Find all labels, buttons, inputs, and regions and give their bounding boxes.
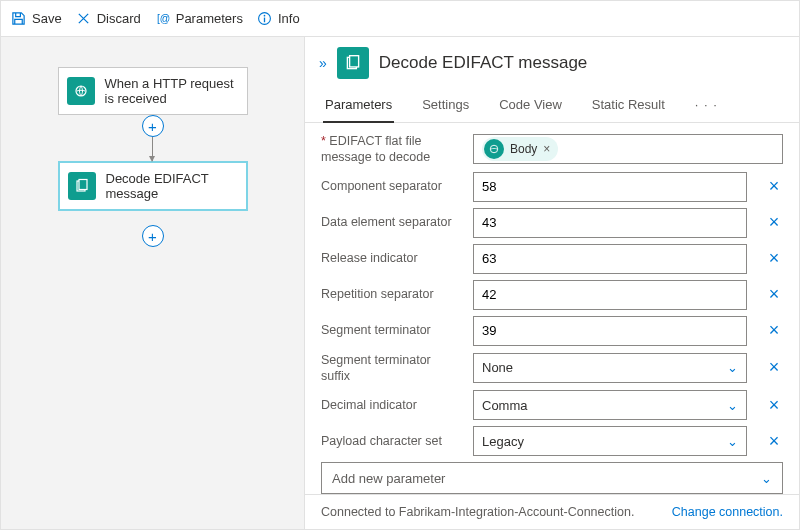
- payload-value: Legacy: [482, 434, 524, 449]
- trigger-label: When a HTTP request is received: [105, 76, 239, 106]
- discard-button[interactable]: Discard: [76, 11, 141, 26]
- action-label: Decode EDIFACT message: [106, 171, 238, 201]
- clear-component-icon[interactable]: ×: [765, 176, 783, 197]
- add-parameter-label: Add new parameter: [332, 471, 445, 486]
- svg-rect-6: [79, 180, 87, 190]
- tab-codeview[interactable]: Code View: [497, 89, 564, 122]
- info-label: Info: [278, 11, 300, 26]
- parameters-icon: [@]: [155, 11, 170, 26]
- repetition-input[interactable]: [473, 280, 747, 310]
- tab-parameters[interactable]: Parameters: [323, 89, 394, 122]
- field-label-segterm: Segment terminator: [321, 322, 461, 338]
- token-label: Body: [510, 142, 537, 156]
- release-input[interactable]: [473, 244, 747, 274]
- svg-rect-8: [349, 56, 358, 67]
- svg-text:[@]: [@]: [157, 13, 170, 24]
- save-icon: [11, 11, 26, 26]
- tab-static-result[interactable]: Static Result: [590, 89, 667, 122]
- designer-canvas[interactable]: When a HTTP request is received + Decode…: [1, 37, 304, 529]
- collapse-icon[interactable]: »: [319, 55, 327, 71]
- token-remove-icon[interactable]: ×: [543, 142, 550, 156]
- parameters-button[interactable]: [@] Parameters: [155, 11, 243, 26]
- panel-edifact-icon: [337, 47, 369, 79]
- field-label-repetition: Repetition separator: [321, 286, 461, 302]
- body-token[interactable]: Body ×: [482, 137, 558, 161]
- add-step-button[interactable]: +: [142, 115, 164, 137]
- decimal-value: Comma: [482, 398, 528, 413]
- chevron-down-icon: ⌄: [727, 398, 738, 413]
- field-label-segsuffix: Segment terminator suffix: [321, 352, 461, 385]
- field-label-payload: Payload character set: [321, 433, 461, 449]
- field-label-decimal: Decimal indicator: [321, 397, 461, 413]
- field-label-flatfile: EDIFACT flat file message to decode: [321, 133, 461, 166]
- field-label-dataelem: Data element separator: [321, 214, 461, 230]
- tab-more[interactable]: · · ·: [693, 89, 720, 122]
- edifact-icon: [68, 172, 96, 200]
- toolbar: Save Discard [@] Parameters Info: [1, 1, 799, 37]
- details-panel: » Decode EDIFACT message Parameters Sett…: [304, 37, 799, 529]
- clear-payload-icon[interactable]: ×: [765, 431, 783, 452]
- clear-release-icon[interactable]: ×: [765, 248, 783, 269]
- tab-settings[interactable]: Settings: [420, 89, 471, 122]
- dataelem-input[interactable]: [473, 208, 747, 238]
- parameters-label: Parameters: [176, 11, 243, 26]
- info-icon: [257, 11, 272, 26]
- segsuffix-value: None: [482, 360, 513, 375]
- connection-status: Connected to Fabrikam-Integration-Accoun…: [321, 505, 634, 519]
- chevron-down-icon: ⌄: [761, 471, 772, 486]
- panel-tabs: Parameters Settings Code View Static Res…: [305, 89, 799, 123]
- repetition-value[interactable]: [482, 287, 738, 302]
- trigger-node[interactable]: When a HTTP request is received: [58, 67, 248, 115]
- save-button[interactable]: Save: [11, 11, 62, 26]
- http-icon: [67, 77, 95, 105]
- segsuffix-select[interactable]: None⌄: [473, 353, 747, 383]
- panel-footer: Connected to Fabrikam-Integration-Accoun…: [305, 494, 799, 529]
- segterm-input[interactable]: [473, 316, 747, 346]
- connector-edge: [152, 137, 153, 161]
- clear-repetition-icon[interactable]: ×: [765, 284, 783, 305]
- component-input[interactable]: [473, 172, 747, 202]
- panel-title: Decode EDIFACT message: [379, 53, 588, 73]
- save-label: Save: [32, 11, 62, 26]
- release-value[interactable]: [482, 251, 738, 266]
- svg-rect-3: [264, 18, 265, 23]
- chevron-down-icon: ⌄: [727, 360, 738, 375]
- field-label-component: Component separator: [321, 178, 461, 194]
- payload-select[interactable]: Legacy⌄: [473, 426, 747, 456]
- add-step-button-2[interactable]: +: [142, 225, 164, 247]
- info-button[interactable]: Info: [257, 11, 300, 26]
- chevron-down-icon: ⌄: [727, 434, 738, 449]
- clear-dataelem-icon[interactable]: ×: [765, 212, 783, 233]
- svg-point-2: [264, 15, 266, 17]
- field-label-release: Release indicator: [321, 250, 461, 266]
- flatfile-input[interactable]: Body ×: [473, 134, 783, 164]
- action-node-decode[interactable]: Decode EDIFACT message: [58, 161, 248, 211]
- clear-segterm-icon[interactable]: ×: [765, 320, 783, 341]
- token-icon: [484, 139, 504, 159]
- clear-decimal-icon[interactable]: ×: [765, 395, 783, 416]
- close-icon: [76, 11, 91, 26]
- clear-segsuffix-icon[interactable]: ×: [765, 357, 783, 378]
- change-connection-link[interactable]: Change connection.: [672, 505, 783, 519]
- decimal-select[interactable]: Comma⌄: [473, 390, 747, 420]
- segterm-value[interactable]: [482, 323, 738, 338]
- dataelem-value[interactable]: [482, 215, 738, 230]
- discard-label: Discard: [97, 11, 141, 26]
- add-parameter-select[interactable]: Add new parameter ⌄: [321, 462, 783, 494]
- component-value[interactable]: [482, 179, 738, 194]
